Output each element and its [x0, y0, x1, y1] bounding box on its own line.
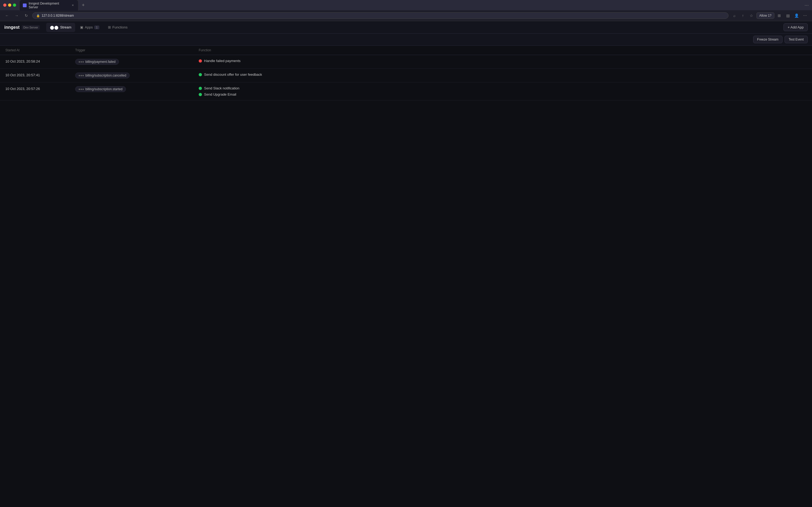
logo: inngest Dev Server: [4, 25, 40, 30]
minimize-traffic-light[interactable]: [8, 3, 11, 7]
status-dot-success: [199, 87, 202, 90]
function-label-2-0: Send Slack notification: [204, 86, 239, 90]
tab-stream[interactable]: ⬤⬤ Stream: [46, 23, 75, 32]
close-traffic-light[interactable]: [3, 3, 6, 7]
trigger-dots-icon: [79, 61, 84, 63]
apps-tab-badge: 1: [94, 25, 99, 29]
maximize-traffic-light[interactable]: [13, 3, 16, 7]
bookmark-icon[interactable]: ☆: [748, 12, 755, 19]
new-tab-button[interactable]: +: [79, 1, 87, 9]
functions-cell-2: Send Slack notification Send Upgrade Ema…: [199, 86, 807, 97]
tab-close-button[interactable]: ✕: [71, 3, 75, 7]
apps-tab-label: Apps: [85, 25, 93, 29]
trigger-cell-0: billing/payment.failed: [75, 59, 199, 65]
trigger-badge-0: billing/payment.failed: [75, 59, 119, 65]
address-bar[interactable]: 🔒 127.0.0.1:8288/stream: [32, 12, 729, 19]
trigger-dots-icon: [79, 75, 84, 76]
allow-button[interactable]: Allow 1?: [756, 12, 774, 19]
trigger-dots-icon: [79, 89, 84, 90]
function-item: Send discount offer for user feedback: [199, 72, 807, 76]
function-label-0-0: Handle failed payments: [204, 59, 241, 63]
tab-favicon: [23, 3, 26, 7]
functions-tab-label: Functions: [113, 25, 127, 29]
status-dot-error: [199, 59, 202, 63]
functions-cell-1: Send discount offer for user feedback: [199, 72, 807, 76]
main-content: Started At Trigger Function 10 Oct 2023,…: [0, 46, 812, 507]
col-trigger: Trigger: [75, 48, 199, 52]
nav-tabs: ⬤⬤ Stream ▣ Apps 1 ⊞ Functions: [46, 23, 784, 32]
browser-nav: ← → ↻ 🔒 127.0.0.1:8288/stream ⌕ ↑ ☆ Allo…: [0, 10, 812, 21]
status-dot-success: [199, 73, 202, 76]
share-icon[interactable]: ↑: [739, 12, 747, 19]
function-label-2-1: Send Upgrade Email: [204, 92, 236, 97]
functions-cell-0: Handle failed payments: [199, 59, 807, 63]
browser-actions: ⌕ ↑ ☆ Allow 1? ⊞ ▤ 👤 ⋯: [731, 12, 809, 19]
apps-tab-icon: ▣: [80, 25, 83, 29]
function-label-1-0: Send discount offer for user feedback: [204, 72, 262, 76]
browser-tabs: Inngest Development Server ✕ +: [19, 0, 805, 11]
search-icon[interactable]: ⌕: [731, 12, 738, 19]
traffic-lights: [3, 3, 16, 7]
window-controls: ⋯: [805, 3, 809, 8]
freeze-stream-button[interactable]: Freeze Stream: [753, 36, 782, 43]
stream-tab-label: Stream: [60, 25, 71, 29]
started-at-1: 10 Oct 2023, 20:57:41: [5, 72, 75, 77]
col-function: Function: [199, 48, 807, 52]
browser-tab[interactable]: Inngest Development Server ✕: [19, 0, 78, 11]
trigger-badge-1: billing/subscription.cancelled: [75, 72, 130, 78]
trigger-label-2: billing/subscription.started: [85, 87, 122, 91]
stream-table: Started At Trigger Function 10 Oct 2023,…: [0, 46, 812, 101]
table-row[interactable]: 10 Oct 2023, 20:57:26 billing/subscripti…: [0, 82, 812, 101]
function-item: Send Slack notification: [199, 86, 807, 90]
tab-title: Inngest Development Server: [29, 2, 69, 9]
back-button[interactable]: ←: [3, 12, 11, 19]
browser-chrome: Inngest Development Server ✕ + ⋯ ← → ↻ 🔒…: [0, 0, 812, 21]
started-at-0: 10 Oct 2023, 20:58:24: [5, 59, 75, 63]
trigger-cell-2: billing/subscription.started: [75, 86, 199, 92]
col-started-at: Started At: [5, 48, 75, 52]
trigger-cell-1: billing/subscription.cancelled: [75, 72, 199, 78]
function-item: Handle failed payments: [199, 59, 807, 63]
table-header: Started At Trigger Function: [0, 46, 812, 55]
started-at-2: 10 Oct 2023, 20:57:26: [5, 86, 75, 91]
browser-titlebar: Inngest Development Server ✕ + ⋯: [0, 0, 812, 10]
header-actions: + Add App: [784, 23, 808, 31]
toolbar: Freeze Stream Test Event: [0, 34, 812, 46]
trigger-label-1: billing/subscription.cancelled: [85, 73, 126, 77]
extensions-icon[interactable]: ⊞: [775, 12, 783, 19]
test-event-button[interactable]: Test Event: [785, 36, 808, 43]
status-dot-success: [199, 93, 202, 96]
sidebar-icon[interactable]: ▤: [784, 12, 792, 19]
table-row[interactable]: 10 Oct 2023, 20:57:41 billing/subscripti…: [0, 69, 812, 82]
add-app-button[interactable]: + Add App: [784, 23, 808, 31]
forward-button[interactable]: →: [13, 12, 20, 19]
url-text: 127.0.0.1:8288/stream: [42, 14, 74, 17]
stream-tab-icon: ⬤⬤: [50, 25, 59, 30]
trigger-badge-2: billing/subscription.started: [75, 86, 126, 92]
function-item: Send Upgrade Email: [199, 92, 807, 97]
refresh-button[interactable]: ↻: [22, 12, 30, 19]
lock-icon: 🔒: [36, 14, 40, 17]
trigger-label-0: billing/payment.failed: [85, 60, 115, 64]
logo-text: inngest: [4, 25, 19, 30]
profile-icon[interactable]: 👤: [793, 12, 800, 19]
table-row[interactable]: 10 Oct 2023, 20:58:24 billing/payment.fa…: [0, 55, 812, 69]
functions-tab-icon: ⊞: [108, 25, 111, 29]
dev-server-badge: Dev Server: [22, 25, 40, 30]
tab-functions[interactable]: ⊞ Functions: [104, 23, 131, 32]
menu-icon[interactable]: ⋯: [801, 12, 809, 19]
tab-apps[interactable]: ▣ Apps 1: [76, 23, 103, 32]
app-header: inngest Dev Server ⬤⬤ Stream ▣ Apps 1 ⊞ …: [0, 21, 812, 34]
